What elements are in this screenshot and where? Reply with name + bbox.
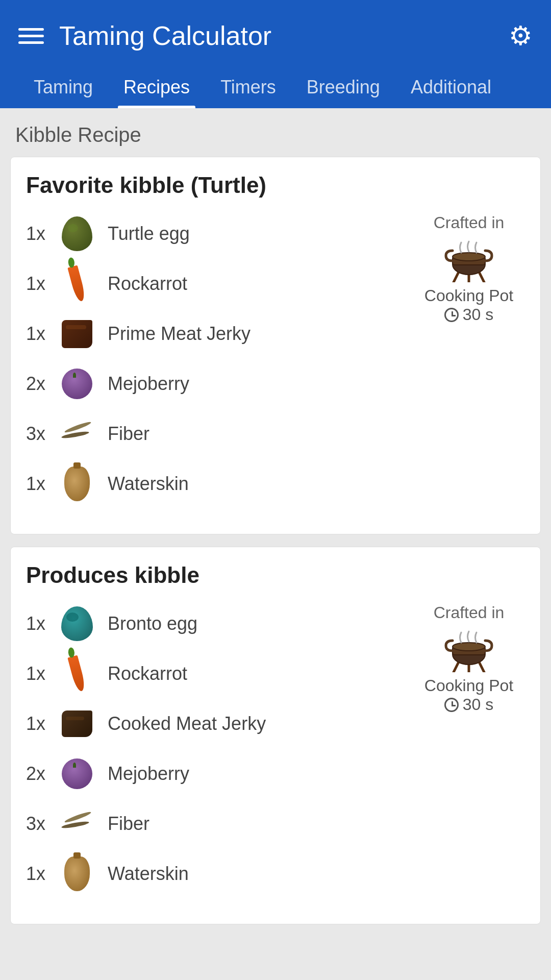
- header: Taming Calculator ⚙ Taming Recipes Timer…: [0, 0, 551, 108]
- list-item: 1x Prime Meat Jerky: [26, 313, 413, 354]
- cooking-pot-icon-2: [443, 626, 494, 672]
- nav-tabs: Taming Recipes Timers Breeding Additiona…: [18, 66, 533, 108]
- mejoberry-icon-2: [57, 753, 97, 794]
- waterskin-icon: [57, 463, 97, 504]
- clock-icon-2: [444, 698, 459, 712]
- cooked-meat-jerky-icon: [57, 703, 97, 744]
- crafting-time-2: 30 s: [444, 695, 493, 714]
- svg-point-11: [453, 643, 485, 651]
- qty-1: 1x: [26, 223, 57, 244]
- crafted-in-label-1: Crafted in: [434, 213, 505, 232]
- crafting-place-2: Cooking Pot: [424, 676, 513, 695]
- recipe-1-title: Favorite kibble (Turtle): [26, 173, 525, 198]
- prime-meat-jerky-icon: [57, 313, 97, 354]
- list-item: 1x Rockarrot: [26, 653, 413, 694]
- ingredient-r2-name-3: Cooked Meat Jerky: [108, 713, 266, 734]
- ingredient-name-2: Rockarrot: [108, 273, 187, 295]
- crafting-info-1: Crafted in: [413, 213, 525, 324]
- ingredient-name-4: Mejoberry: [108, 373, 189, 395]
- mejoberry-icon: [57, 363, 97, 404]
- ingredients-list-2: 1x Bronto egg 1x Rockarrot 1x: [26, 603, 413, 903]
- recipe-2-title: Produces kibble: [26, 562, 525, 588]
- recipe-2-body: 1x Bronto egg 1x Rockarrot 1x: [26, 603, 525, 903]
- recipe-1-body: 1x Turtle egg 1x Rockarrot 1x: [26, 213, 525, 513]
- qty-r2-6: 1x: [26, 863, 57, 885]
- list-item: 3x Fiber: [26, 803, 413, 844]
- svg-line-6: [454, 662, 459, 672]
- qty-5: 3x: [26, 423, 57, 445]
- crafting-info-2: Crafted in: [413, 603, 525, 714]
- qty-r2-4: 2x: [26, 763, 57, 785]
- svg-line-0: [454, 272, 459, 282]
- recipe-card-2: Produces kibble 1x Bronto egg 1x Rockarr…: [10, 547, 541, 924]
- crafting-place-1: Cooking Pot: [424, 286, 513, 305]
- ingredient-r2-name-1: Bronto egg: [108, 613, 197, 634]
- header-top: Taming Calculator ⚙: [18, 20, 533, 66]
- svg-point-5: [453, 253, 485, 261]
- fiber-icon-2: [57, 803, 97, 844]
- qty-2: 1x: [26, 273, 57, 295]
- fiber-icon: [57, 413, 97, 454]
- ingredient-r2-name-5: Fiber: [108, 813, 149, 835]
- recipe-card-1: Favorite kibble (Turtle) 1x Turtle egg 1…: [10, 157, 541, 534]
- tab-recipes[interactable]: Recipes: [108, 66, 205, 108]
- qty-r2-3: 1x: [26, 713, 57, 734]
- ingredients-list-1: 1x Turtle egg 1x Rockarrot 1x: [26, 213, 413, 513]
- qty-6: 1x: [26, 473, 57, 495]
- list-item: 2x Mejoberry: [26, 363, 413, 404]
- settings-icon[interactable]: ⚙: [509, 20, 533, 51]
- content-area: Kibble Recipe Favorite kibble (Turtle) 1…: [0, 108, 551, 952]
- list-item: 1x Turtle egg: [26, 213, 413, 254]
- list-item: 1x Cooked Meat Jerky: [26, 703, 413, 744]
- waterskin-icon-2: [57, 853, 97, 894]
- ingredient-name-1: Turtle egg: [108, 223, 190, 244]
- list-item: 3x Fiber: [26, 413, 413, 454]
- section-title: Kibble Recipe: [10, 124, 541, 146]
- clock-icon-1: [444, 308, 459, 322]
- crafting-time-1: 30 s: [444, 305, 493, 324]
- svg-line-8: [479, 662, 484, 672]
- time-value-2: 30 s: [463, 695, 493, 714]
- ingredient-r2-name-4: Mejoberry: [108, 763, 189, 785]
- qty-r2-5: 3x: [26, 813, 57, 835]
- menu-icon[interactable]: [18, 28, 44, 44]
- list-item: 2x Mejoberry: [26, 753, 413, 794]
- list-item: 1x Rockarrot: [26, 263, 413, 304]
- qty-r2-1: 1x: [26, 613, 57, 634]
- cooking-pot-icon-1: [443, 236, 494, 282]
- rockarrot-icon: [57, 263, 97, 304]
- ingredient-name-6: Waterskin: [108, 473, 189, 495]
- tab-taming[interactable]: Taming: [18, 66, 108, 108]
- list-item: 1x Waterskin: [26, 463, 413, 504]
- turtle-egg-icon: [57, 213, 97, 254]
- ingredient-r2-name-6: Waterskin: [108, 863, 189, 885]
- qty-4: 2x: [26, 373, 57, 395]
- list-item: 1x Bronto egg: [26, 603, 413, 644]
- ingredient-r2-name-2: Rockarrot: [108, 663, 187, 684]
- crafted-in-label-2: Crafted in: [434, 603, 505, 622]
- qty-r2-2: 1x: [26, 663, 57, 684]
- tab-additional[interactable]: Additional: [395, 66, 507, 108]
- rockarrot-icon-2: [57, 653, 97, 694]
- time-value-1: 30 s: [463, 305, 493, 324]
- tab-breeding[interactable]: Breeding: [291, 66, 395, 108]
- svg-line-2: [479, 272, 484, 282]
- ingredient-name-5: Fiber: [108, 423, 149, 445]
- qty-3: 1x: [26, 323, 57, 345]
- ingredient-name-3: Prime Meat Jerky: [108, 323, 251, 345]
- list-item: 1x Waterskin: [26, 853, 413, 894]
- tab-timers[interactable]: Timers: [205, 66, 291, 108]
- bronto-egg-icon: [57, 603, 97, 644]
- app-title: Taming Calculator: [59, 20, 509, 51]
